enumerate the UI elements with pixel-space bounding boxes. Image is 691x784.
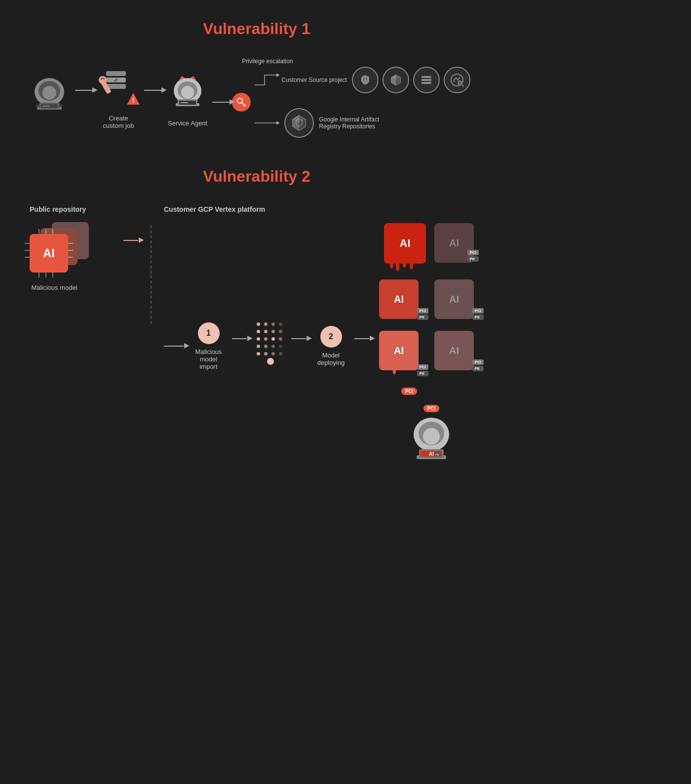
bottom-hacker-icon: AI PII [407, 415, 456, 469]
google-artifact: Google Internal Artifact Registry Reposi… [284, 108, 398, 138]
svg-rect-33 [364, 79, 366, 81]
svg-marker-47 [276, 121, 279, 125]
svg-text:PII: PII [435, 453, 439, 456]
step1-label: Malicious model import [192, 348, 225, 370]
arrow1: ▶ [75, 90, 93, 91]
hacker-icon [30, 77, 69, 119]
svg-marker-30 [276, 73, 279, 77]
cube-icon [389, 74, 402, 86]
analytics-icon [450, 73, 464, 87]
warning-icon: ! [126, 92, 141, 106]
google-artifact-label: Google Internal Artifact Registry Reposi… [319, 116, 398, 130]
svg-rect-40 [422, 79, 431, 81]
svg-point-21 [181, 86, 194, 99]
vuln2-flow: Public repository AI AI AI [30, 205, 484, 469]
lower-branch: Google Internal Artifact Registry Reposi… [255, 108, 470, 138]
cube-icon-circle [383, 67, 409, 93]
svg-rect-39 [422, 76, 431, 78]
custom-job-item: ! Create custom job [99, 66, 138, 129]
analytics-icon-circle [444, 67, 470, 93]
gcp-platform-label: Customer GCP Vertex platform [164, 205, 484, 213]
step1-item: ▶ [164, 346, 184, 347]
step2-label: Model deploying [315, 352, 347, 366]
ai-chip-front: AI [30, 234, 68, 273]
svg-rect-41 [422, 82, 431, 84]
artifact-registry-icon [284, 108, 314, 138]
service-agent-icon [168, 69, 207, 111]
public-repo-label: Public repository [30, 205, 118, 213]
step2-number: 2 [320, 326, 342, 348]
step1-number: 1 [198, 322, 220, 344]
arrow-step1: ▶ [232, 338, 247, 339]
vuln1-title: Vulnerability 1 [30, 20, 484, 38]
service-agent-label: Service Agent [168, 119, 207, 127]
vuln2-title: Vulnerability 2 [30, 167, 484, 186]
chips-row3: AI PCI PII [379, 331, 484, 380]
arrow2: ▶ [144, 90, 162, 91]
vuln2-section: Vulnerability 2 Public repository AI AI [0, 167, 513, 469]
custom-job-label: Create custom job [103, 115, 134, 129]
privilege-branch: Privilege escalation ▶ [212, 58, 470, 138]
upper-branch: Customer Source project [255, 67, 470, 93]
branch-lines: Customer Source project [255, 67, 470, 138]
dark-chip-3-pci: AI PCI PII [434, 331, 484, 375]
svg-point-2 [42, 86, 56, 100]
infected-chip-large: AI [384, 223, 428, 273]
svg-rect-8 [106, 71, 126, 76]
key-icon [236, 97, 246, 107]
shield-icon-circle [352, 67, 379, 93]
data-dots-icon [257, 322, 284, 365]
menu-icon-circle [413, 67, 440, 93]
privilege-label: Privilege escalation [242, 58, 293, 65]
arrow-step2: ▶ [291, 338, 306, 339]
chips-row1: AI AI [384, 223, 479, 273]
svg-point-32 [364, 78, 366, 79]
arrow-public-repo: ▶ [123, 240, 138, 241]
gcp-platform-section: Customer GCP Vertex platform ▶ 1 Malicio… [164, 205, 484, 469]
bottom-hacker-section: PCI [407, 405, 456, 469]
ai-chip-stack: AI AI AI [30, 222, 94, 281]
svg-point-44 [459, 81, 461, 84]
svg-point-26 [237, 98, 242, 103]
svg-rect-25 [181, 102, 188, 103]
svg-point-56 [423, 428, 440, 445]
red-chip-pci: AI PCI PII [379, 279, 428, 324]
chips-grid-section: AI AI [379, 223, 484, 469]
dark-chip-2-pci: AI PCI PII [434, 279, 484, 324]
svg-line-45 [462, 85, 464, 87]
chips-row2: AI PCI PII AI [379, 279, 484, 324]
artifact-icon [291, 115, 307, 131]
arrow-chips: ▶ [354, 338, 369, 339]
dashed-separator [151, 225, 152, 324]
wrench-icon [99, 76, 118, 98]
shield-icon [359, 74, 371, 86]
hacker-attacker [30, 77, 69, 119]
step1-pre-line: ▶ [164, 346, 184, 347]
salmon-chip-pci: AI PCI PII [379, 331, 428, 380]
malicious-model-label: Malicious model [30, 284, 79, 291]
customer-source-label: Customer Source project [281, 77, 347, 83]
svg-text:AI: AI [429, 451, 434, 457]
svg-text:!: ! [132, 96, 135, 104]
public-repo-section: Public repository AI AI AI [30, 205, 118, 291]
branch-upper-line [255, 70, 279, 90]
branch-lower-line [255, 118, 279, 128]
svg-point-7 [36, 103, 63, 109]
priv-esc-row: ▶ [212, 67, 470, 138]
pci-standalone-badge: PCI [401, 386, 418, 395]
pci-badge-hacker: PCI [423, 405, 440, 412]
step1-circle: 1 Malicious model import [192, 322, 225, 370]
source-icons [352, 67, 470, 93]
service-agent-item: Service Agent [168, 69, 207, 127]
menu-icon [421, 75, 432, 85]
dark-chip-1: AI PCI PII [434, 223, 479, 268]
gcp-flow-row: ▶ 1 Malicious model import ▶ [164, 223, 484, 469]
vuln1-section: Vulnerability 1 [0, 20, 513, 138]
step2-circle: 2 Model deploying [315, 326, 347, 366]
page: Vulnerability 1 [0, 0, 513, 499]
vuln1-flow: ▶ [30, 58, 484, 138]
